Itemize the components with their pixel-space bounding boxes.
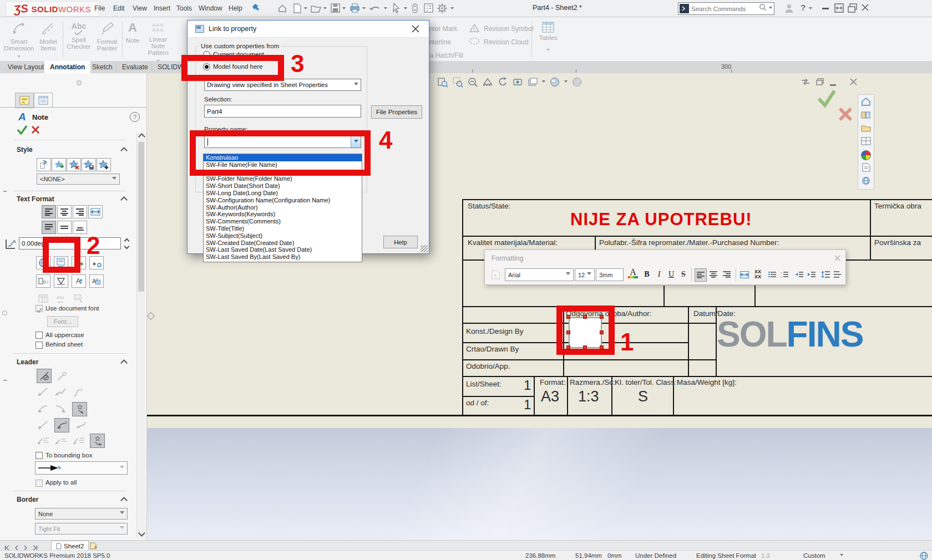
style-section-header[interactable]: Style <box>17 146 33 154</box>
search-input[interactable] <box>689 6 759 12</box>
file-properties-button[interactable]: File Properties <box>371 105 422 119</box>
note-handle[interactable] <box>600 330 604 334</box>
list-item[interactable]: SW-Short Date(Short Date) <box>204 182 362 190</box>
bullet-list-button[interactable] <box>767 268 778 281</box>
multi-leader-right-button[interactable] <box>72 435 85 446</box>
zoom-magnifier-icon[interactable] <box>467 77 478 88</box>
leader-auto-button[interactable] <box>54 369 69 383</box>
sw-resources-icon[interactable] <box>861 97 871 108</box>
style-load-button[interactable]: A <box>37 158 51 171</box>
home-button[interactable] <box>277 3 287 13</box>
spell-link-button[interactable]: Abc <box>54 292 68 306</box>
open-file-caret-icon[interactable] <box>323 7 327 11</box>
list-item[interactable]: SW-Folder Name(Folder Name) <box>204 175 362 182</box>
indent-button[interactable] <box>806 268 817 281</box>
ordinate-style-button[interactable]: 0.3 <box>36 274 50 288</box>
sheet-tab-sheet2[interactable]: Sheet2 <box>51 541 89 551</box>
search-icon[interactable] <box>759 3 767 14</box>
note-handle[interactable] <box>566 330 570 334</box>
menu-help[interactable]: Help <box>229 4 242 12</box>
font-size-dropdown[interactable]: 12 <box>575 268 595 281</box>
file-explorer-icon[interactable] <box>861 124 871 134</box>
print-caret-icon[interactable] <box>362 7 366 11</box>
underline-button[interactable]: U <box>666 268 677 281</box>
scene-icon[interactable] <box>571 77 582 88</box>
flip-triangle-button[interactable] <box>54 274 68 288</box>
font-color-button[interactable]: A <box>628 267 638 278</box>
leader-spline-button[interactable]: x <box>72 386 84 398</box>
menu-view[interactable]: View <box>133 4 147 12</box>
leader-collapse-icon[interactable] <box>120 359 128 366</box>
forum-icon[interactable] <box>862 177 870 187</box>
help-caret-icon[interactable] <box>809 7 812 11</box>
leader-left-button[interactable] <box>37 386 49 398</box>
view-palette-icon[interactable] <box>861 137 871 147</box>
window-swap-icon[interactable] <box>801 78 810 88</box>
apply-to-all-checkbox[interactable] <box>36 480 43 487</box>
formatting-close-icon[interactable] <box>834 253 840 263</box>
note-button[interactable]: A Note <box>124 21 141 59</box>
leader-underline-left-button[interactable] <box>37 404 49 415</box>
line-spacing-button[interactable] <box>820 268 831 281</box>
display-style-icon[interactable] <box>527 77 538 88</box>
tab-sketch[interactable]: Sketch <box>89 63 116 71</box>
panel-scrollbar[interactable] <box>136 133 145 538</box>
tab-view-layout[interactable]: View Layout <box>4 63 48 71</box>
all-uppercase-checkbox[interactable] <box>36 332 43 339</box>
text-height-field[interactable]: 3mm <box>596 268 624 281</box>
panel-tab-featuremanager[interactable] <box>15 93 34 108</box>
align-right-button[interactable] <box>73 205 87 218</box>
fmt-align-right-button[interactable] <box>721 268 732 281</box>
textformat-collapse-icon[interactable] <box>120 196 128 203</box>
scrollbar-thumb[interactable] <box>138 142 144 292</box>
menu-insert[interactable]: Insert <box>154 4 170 12</box>
list-item[interactable]: SW-Configuration Name(Configuration Name… <box>204 197 362 204</box>
fmt-align-center-button[interactable] <box>708 268 719 281</box>
leader-none-button[interactable] <box>37 369 52 383</box>
style-apply-button[interactable] <box>97 158 111 171</box>
dialog-resize-grip[interactable] <box>421 245 428 252</box>
border-section-header[interactable]: Border <box>17 496 38 503</box>
leader-section-header[interactable]: Leader <box>17 358 38 366</box>
zoom-area-icon[interactable] <box>452 77 463 88</box>
style-name-dropdown[interactable]: <NONE> <box>37 174 120 185</box>
style-save-button[interactable] <box>82 158 96 171</box>
close-button[interactable] <box>861 3 869 14</box>
list-item[interactable]: SW-Long Date(Long Date) <box>204 190 362 197</box>
undo-button[interactable] <box>369 3 381 13</box>
appearances-scenes-icon[interactable] <box>861 150 871 160</box>
help-button[interactable]: ? <box>801 3 806 12</box>
child-close-icon[interactable] <box>850 78 857 88</box>
multi-leader-center-button[interactable] <box>54 435 68 446</box>
pin-menu-icon[interactable] <box>251 3 261 13</box>
border-collapse-icon[interactable] <box>120 497 128 504</box>
print-button[interactable] <box>350 3 360 13</box>
menu-file[interactable]: File <box>94 4 105 12</box>
center-mark-label-partial[interactable]: enter Mark <box>426 25 457 33</box>
panel-ok-button[interactable] <box>17 125 28 137</box>
zoom-fit-icon[interactable] <box>437 77 448 88</box>
leader-bent-button[interactable] <box>54 386 67 398</box>
design-library-icon[interactable] <box>861 111 871 121</box>
list-item[interactable]: SW-Title(Title) <box>204 225 362 232</box>
list-item[interactable]: SW-Author(Author) <box>204 204 362 211</box>
fit-text-button[interactable] <box>739 268 750 281</box>
save-button[interactable] <box>331 3 340 13</box>
list-item[interactable]: SW-Created Date(Created Date) <box>204 240 362 247</box>
user-account-icon[interactable] <box>784 3 794 16</box>
search-caret-icon[interactable] <box>769 7 772 11</box>
font-button[interactable]: Font... <box>47 316 78 327</box>
smart-dimension-button[interactable]: Smart Dimension <box>3 21 34 59</box>
format-doc-icon[interactable]: A <box>492 270 500 282</box>
leader-star-curve-button[interactable] <box>90 434 105 448</box>
tables-button[interactable]: Tables <box>534 22 563 59</box>
note-handle[interactable] <box>600 315 604 319</box>
align-center-button[interactable] <box>57 205 72 218</box>
no-wrap-button[interactable]: XXXX <box>752 268 763 281</box>
custom-properties-icon[interactable] <box>862 163 870 174</box>
sketch-visibility-icon[interactable] <box>512 77 523 88</box>
dialog-close-icon[interactable] <box>412 25 419 35</box>
number-list-button[interactable]: 12 <box>779 268 790 281</box>
scroll-down-icon[interactable] <box>138 530 145 537</box>
panel-cancel-button[interactable] <box>31 125 40 136</box>
